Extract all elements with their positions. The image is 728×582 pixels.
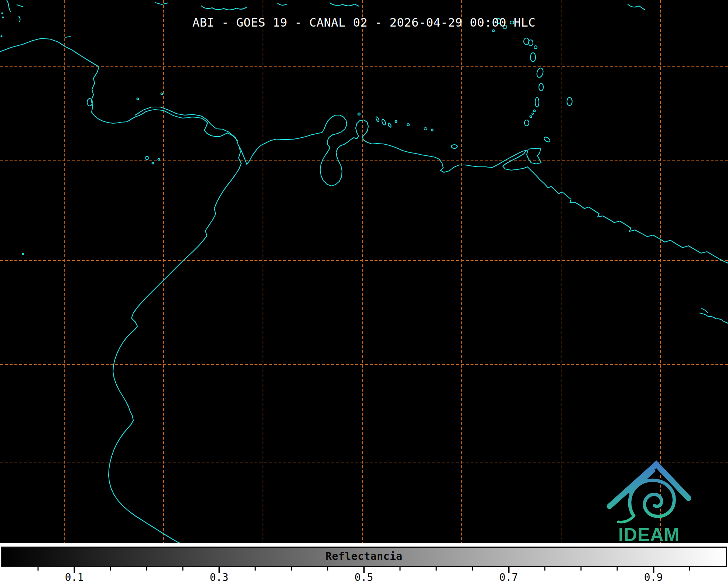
islet-grenadines — [534, 110, 536, 112]
satellite-map-svg: IDEAM — [0, 0, 728, 543]
island-st-vincent — [535, 97, 539, 107]
colorbar-minor-tick — [436, 567, 437, 571]
island-martinique — [536, 67, 544, 78]
colorbar-label: Reflectancia — [0, 550, 728, 562]
islet-los-roques — [407, 124, 409, 126]
colorbar-tick-label: 0.5 — [347, 571, 380, 582]
coastline-top-fragment-3 — [278, 3, 287, 5]
island-guadeloupe-w — [524, 38, 529, 45]
latlon-grid — [0, 0, 728, 543]
island-guadeloupe-e — [529, 40, 533, 46]
colorbar-minor-tick — [110, 567, 111, 571]
colorbar-minor-tick — [581, 567, 582, 571]
ideam-logo-text: IDEAM — [618, 524, 680, 543]
islet — [431, 129, 433, 131]
colorbar-tick-label: 0.3 — [202, 571, 236, 582]
coastline-caribbean-mainland — [0, 38, 728, 263]
island-malpelo — [22, 253, 24, 255]
island-tobago — [543, 136, 551, 143]
colorbar-minor-tick — [472, 567, 473, 571]
island-trinidad — [527, 148, 541, 164]
coastline-top-fragment-1 — [155, 3, 168, 4]
island-coiba — [145, 156, 149, 159]
coastline-left-fragment-1 — [7, 0, 11, 12]
colorbar-minor-tick — [617, 567, 618, 571]
colorbar-minor-tick — [146, 567, 147, 571]
coastline-left-fragment-4 — [66, 37, 70, 37]
ideam-logo-spiral — [630, 480, 674, 516]
coastline-pacific — [109, 147, 241, 543]
goes-satellite-viewer: IDEAM ABI - GOES 19 - CANAL 02 - 2026-04… — [0, 0, 728, 582]
island-providencia — [161, 93, 163, 95]
island-curacao — [381, 119, 386, 125]
islet — [158, 159, 160, 161]
coastline-amazon-fragment — [699, 313, 728, 323]
image-title: ABI - GOES 19 - CANAL 02 - 2026-04-29 00… — [0, 16, 728, 30]
colorbar-minor-tick — [182, 567, 184, 571]
islet — [2, 13, 3, 14]
islet — [534, 46, 537, 49]
island-grenada — [524, 120, 529, 126]
coastline-top-fragment-5 — [628, 4, 645, 10]
islet — [152, 162, 154, 164]
island-bonaire — [388, 123, 392, 127]
ideam-logo: IDEAM — [609, 464, 688, 543]
colorbar-tick-label: 0.1 — [58, 571, 91, 582]
ideam-logo-mountain — [609, 464, 688, 506]
ideam-logo-spiral-tail — [618, 516, 634, 522]
islet — [493, 30, 495, 32]
islet — [358, 113, 360, 115]
islet — [1, 36, 2, 37]
island-dominica — [530, 53, 536, 62]
colorbar-minor-tick — [689, 567, 690, 571]
island-aruba — [375, 116, 379, 122]
islet — [395, 120, 397, 123]
colorbar: Reflectancia 0.10.30.50.70.9 — [0, 543, 728, 582]
colorbar-minor-tick — [255, 567, 256, 571]
coastline-left-fragment-2 — [17, 5, 23, 7]
island-san-andres — [137, 98, 139, 100]
colorbar-minor-tick — [38, 567, 39, 571]
colorbar-tick-label: 0.7 — [492, 571, 525, 582]
islet-la-tortuga — [424, 128, 427, 130]
colorbar-minor-tick — [544, 567, 546, 571]
islet-grenadines — [530, 116, 532, 118]
islet-grenadines — [532, 113, 533, 114]
coastlines — [0, 0, 728, 543]
colorbar-tick-label: 0.9 — [637, 571, 670, 582]
coastline-amazon-fragment-2 — [702, 309, 708, 313]
island-barbados — [567, 97, 572, 106]
colorbar-minor-tick — [400, 567, 401, 571]
satellite-map-canvas: IDEAM ABI - GOES 19 - CANAL 02 - 2026-04… — [0, 0, 728, 543]
island-st-lucia — [539, 83, 543, 91]
coastline-top-fragment-2 — [201, 6, 247, 10]
island-margarita — [451, 145, 457, 148]
coastline-top-fragment-4 — [330, 3, 359, 6]
colorbar-minor-tick — [327, 567, 328, 571]
colorbar-minor-tick — [291, 567, 292, 571]
